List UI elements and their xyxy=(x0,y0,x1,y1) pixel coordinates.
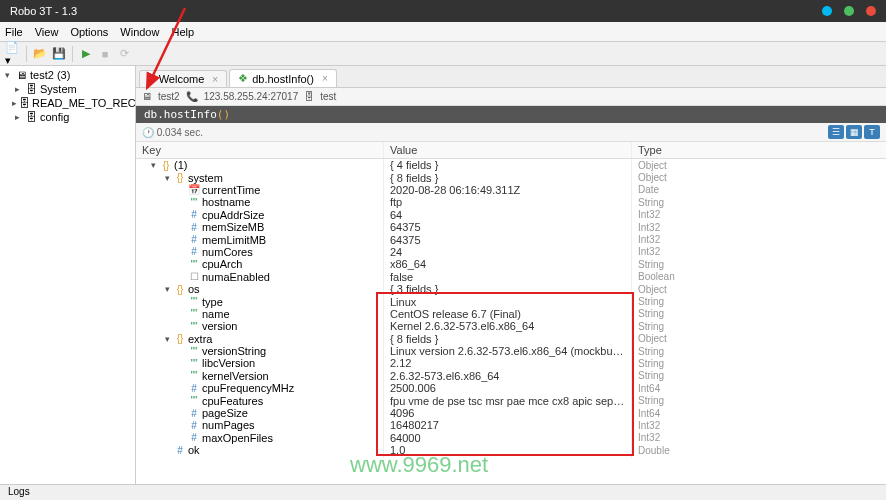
cmd-text: db.hostInfo xyxy=(144,108,217,121)
separator xyxy=(72,46,73,62)
tab-bar: ⌂ Welcome × ❖ db.hostInfo() × xyxy=(136,66,886,88)
tab-label: Welcome xyxy=(159,73,205,85)
server-icon: 🖥 xyxy=(142,91,152,102)
server-icon: 🖥 xyxy=(14,69,28,81)
table-row[interactable]: #ok1.0Double xyxy=(136,444,886,456)
menubar: File View Options Window Help xyxy=(0,22,886,42)
tree-label: System xyxy=(40,83,77,95)
toggle-icon[interactable]: ▾ xyxy=(2,70,12,80)
exec-time: 0.034 sec. xyxy=(157,127,203,138)
watermark: www.9969.net xyxy=(350,452,488,478)
text-view-button[interactable]: T xyxy=(864,125,880,139)
status-text: Logs xyxy=(8,486,30,497)
db-icon: 🗄 xyxy=(24,83,38,95)
new-connection-icon[interactable]: 📄▾ xyxy=(5,46,21,62)
close-dot[interactable] xyxy=(866,6,876,16)
clock-icon: 🕐 xyxy=(142,127,154,138)
db-icon: 🗄 xyxy=(304,91,314,102)
tree-view-button[interactable]: ☰ xyxy=(828,125,844,139)
address-bar: 🖥 test2 📞 123.58.255.24:27017 🗄 test xyxy=(136,88,886,106)
close-icon[interactable]: × xyxy=(322,73,328,84)
type-text: Double xyxy=(632,443,886,458)
toolbar: 📄▾ 📂 💾 ▶ ■ ⟳ xyxy=(0,42,886,66)
close-icon[interactable]: × xyxy=(212,74,218,85)
table-view-button[interactable]: ▦ xyxy=(846,125,862,139)
host-icon: 📞 xyxy=(186,91,198,102)
db-name: test xyxy=(320,91,336,102)
menu-file[interactable]: File xyxy=(5,26,23,38)
toggle-icon[interactable]: ▸ xyxy=(12,98,17,108)
titlebar: Robo 3T - 1.3 xyxy=(0,0,886,22)
db-icon: 🗄 xyxy=(19,97,30,109)
toggle-icon[interactable]: ▸ xyxy=(12,84,22,94)
tab-label: db.hostInfo() xyxy=(252,73,314,85)
tree-item-readme[interactable]: ▸ 🗄 READ_ME_TO_RECOVER_... xyxy=(0,96,135,110)
content-pane: ⌂ Welcome × ❖ db.hostInfo() × 🖥 test2 📞 … xyxy=(136,66,886,484)
tree-label: READ_ME_TO_RECOVER_... xyxy=(32,97,136,109)
time-bar: 🕐 0.034 sec. ☰ ▦ T xyxy=(136,123,886,142)
tree-item-config[interactable]: ▸ 🗄 config xyxy=(0,110,135,124)
window-controls xyxy=(822,6,876,16)
header-value[interactable]: Value xyxy=(384,142,632,158)
tree-label: test2 (3) xyxy=(30,69,70,81)
run-icon[interactable]: ▶ xyxy=(78,46,94,62)
menu-view[interactable]: View xyxy=(35,26,59,38)
home-icon: ⌂ xyxy=(148,73,155,85)
min-dot[interactable] xyxy=(822,6,832,16)
command-bar[interactable]: db.hostInfo() xyxy=(136,106,886,123)
tree-label: config xyxy=(40,111,69,123)
type-icon: # xyxy=(174,445,186,456)
menu-window[interactable]: Window xyxy=(120,26,159,38)
separator xyxy=(26,46,27,62)
leaf-icon: ❖ xyxy=(238,72,248,85)
sidebar: ▾ 🖥 test2 (3) ▸ 🗄 System ▸ 🗄 READ_ME_TO_… xyxy=(0,66,136,484)
result-grid[interactable]: ▾{}(1){ 4 fields }Object▾{}system{ 8 fie… xyxy=(136,159,886,484)
column-headers: Key Value Type xyxy=(136,142,886,159)
cmd-parens: () xyxy=(217,108,230,121)
menu-options[interactable]: Options xyxy=(70,26,108,38)
status-bar[interactable]: Logs xyxy=(0,484,886,500)
save-icon[interactable]: 💾 xyxy=(51,46,67,62)
menu-help[interactable]: Help xyxy=(171,26,194,38)
stop-icon[interactable]: ■ xyxy=(97,46,113,62)
header-key[interactable]: Key xyxy=(136,142,384,158)
db-icon: 🗄 xyxy=(24,111,38,123)
host-addr: 123.58.255.24:27017 xyxy=(204,91,299,102)
open-icon[interactable]: 📂 xyxy=(32,46,48,62)
tab-hostinfo[interactable]: ❖ db.hostInfo() × xyxy=(229,69,337,87)
tab-welcome[interactable]: ⌂ Welcome × xyxy=(139,70,227,87)
refresh-icon[interactable]: ⟳ xyxy=(116,46,132,62)
key-text: ok xyxy=(188,444,200,456)
tree-root[interactable]: ▾ 🖥 test2 (3) xyxy=(0,68,135,82)
tree-item-system[interactable]: ▸ 🗄 System xyxy=(0,82,135,96)
max-dot[interactable] xyxy=(844,6,854,16)
conn-name: test2 xyxy=(158,91,180,102)
header-type[interactable]: Type xyxy=(632,142,886,158)
toggle-icon[interactable]: ▸ xyxy=(12,112,22,122)
app-title: Robo 3T - 1.3 xyxy=(10,5,77,17)
